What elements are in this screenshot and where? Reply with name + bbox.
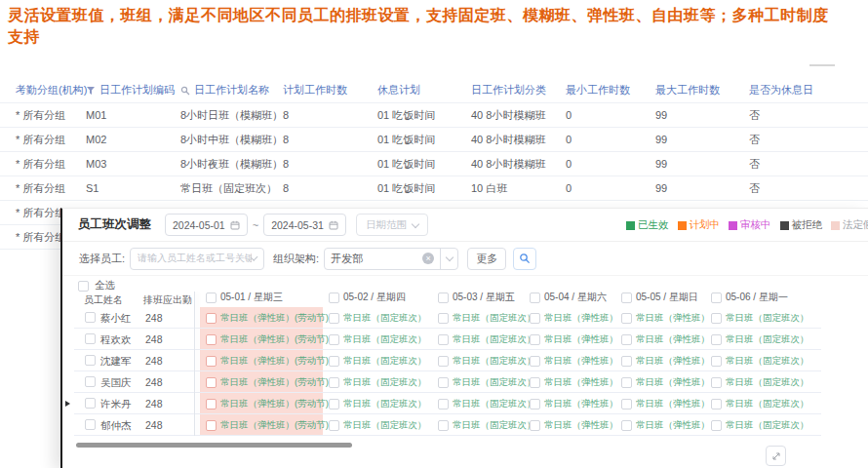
employee-search-input[interactable]: 请输入员工姓名或工号关键字 bbox=[130, 248, 264, 270]
shift-cell[interactable]: 常日班（弹性班）(劳动节) bbox=[200, 371, 323, 393]
shift-checkbox[interactable] bbox=[621, 356, 632, 367]
day-select-checkbox[interactable] bbox=[329, 292, 339, 303]
shift-checkbox[interactable] bbox=[530, 420, 540, 431]
shift-checkbox[interactable] bbox=[711, 334, 722, 345]
shift-checkbox[interactable] bbox=[206, 399, 217, 410]
day-select-checkbox[interactable] bbox=[711, 292, 722, 303]
employee-checkbox[interactable] bbox=[85, 355, 96, 366]
day-select-checkbox[interactable] bbox=[438, 292, 449, 303]
shift-checkbox[interactable] bbox=[329, 420, 339, 431]
shift-cell[interactable]: 常日班（弹性班）(劳动节) bbox=[200, 414, 323, 436]
date-to-input[interactable]: 2024-05-31 bbox=[263, 214, 346, 236]
employee-checkbox[interactable] bbox=[85, 333, 96, 344]
shift-checkbox[interactable] bbox=[438, 313, 449, 324]
shift-checkbox[interactable] bbox=[621, 420, 632, 431]
table-row[interactable]: * 所有分组 S1 常日班（固定班次） 8 01 吃饭时间 10 白班 0 99… bbox=[0, 176, 868, 201]
shift-checkbox[interactable] bbox=[438, 356, 449, 367]
day-select-checkbox[interactable] bbox=[621, 292, 632, 303]
shift-cell[interactable]: 常日班（固定班次） bbox=[432, 393, 524, 414]
search-button[interactable] bbox=[513, 248, 536, 270]
shift-cell[interactable]: 常日班（固定班次） bbox=[705, 393, 822, 414]
shift-cell[interactable]: 常日班（弹性班） bbox=[524, 371, 615, 393]
shift-cell[interactable]: 常日班（固定班次） bbox=[432, 329, 524, 350]
employee-checkbox[interactable] bbox=[85, 376, 96, 387]
shift-checkbox[interactable] bbox=[530, 377, 540, 388]
date-range-dropdown[interactable]: 日期范围 bbox=[356, 214, 428, 236]
employee-row[interactable]: 许米丹 248 常日班（弹性班）(劳动节) 常日班（固定班次） bbox=[62, 393, 868, 414]
employee-row[interactable]: 程欢欢 248 常日班（弹性班）(劳动节) 常日班（固定班次） bbox=[62, 329, 868, 350]
shift-checkbox[interactable] bbox=[329, 377, 339, 388]
shift-cell[interactable]: 常日班（弹性班） bbox=[615, 307, 705, 329]
row-expand-arrow-icon[interactable] bbox=[65, 401, 70, 407]
org-select-value-area[interactable]: 开发部 × bbox=[325, 249, 440, 269]
shift-cell[interactable]: 常日班（弹性班） bbox=[615, 329, 705, 350]
shift-cell[interactable]: 常日班（弹性班） bbox=[615, 371, 705, 393]
more-filters-button[interactable]: 更多 bbox=[467, 248, 506, 270]
clear-icon[interactable]: × bbox=[422, 253, 434, 264]
shift-checkbox[interactable] bbox=[711, 399, 722, 410]
employee-row[interactable]: 沈建军 248 常日班（弹性班）(劳动节) 常日班（固定班次） bbox=[62, 350, 868, 371]
shift-checkbox[interactable] bbox=[711, 356, 722, 367]
shift-checkbox[interactable] bbox=[329, 313, 339, 324]
shift-cell[interactable]: 常日班（弹性班）(劳动节) bbox=[200, 393, 323, 414]
shift-checkbox[interactable] bbox=[329, 399, 339, 410]
shift-cell[interactable]: 常日班（弹性班） bbox=[524, 414, 615, 436]
shift-cell[interactable]: 常日班（弹性班） bbox=[524, 350, 615, 371]
shift-cell[interactable]: 常日班（固定班次） bbox=[705, 350, 822, 371]
day-select-checkbox[interactable] bbox=[206, 292, 217, 303]
shift-cell[interactable]: 常日班（固定班次） bbox=[705, 414, 822, 436]
date-from-input[interactable]: 2024-05-01 bbox=[165, 214, 248, 236]
shift-cell[interactable]: 常日班（弹性班） bbox=[524, 329, 615, 350]
shift-checkbox[interactable] bbox=[621, 399, 632, 410]
shift-checkbox[interactable] bbox=[621, 334, 632, 345]
shift-cell[interactable]: 常日班（固定班次） bbox=[323, 307, 432, 329]
search-icon[interactable] bbox=[180, 86, 190, 96]
shift-cell[interactable]: 常日班（固定班次） bbox=[705, 371, 822, 393]
employee-row[interactable]: 吴国庆 248 常日班（弹性班）(劳动节) 常日班（固定班次） bbox=[62, 371, 868, 393]
shift-cell[interactable]: 常日班（弹性班） bbox=[615, 350, 705, 371]
horizontal-scrollbar[interactable] bbox=[76, 443, 352, 448]
shift-cell[interactable]: 常日班（弹性班） bbox=[524, 393, 615, 414]
shift-checkbox[interactable] bbox=[206, 356, 217, 367]
shift-checkbox[interactable] bbox=[711, 377, 722, 388]
shift-cell[interactable]: 常日班（固定班次） bbox=[432, 350, 524, 371]
table-row[interactable]: * 所有分组 M03 8小时夜班（模糊班） 8 01 吃饭时间 40 8小时模糊… bbox=[0, 152, 868, 176]
shift-checkbox[interactable] bbox=[438, 420, 449, 431]
shift-checkbox[interactable] bbox=[206, 420, 217, 431]
shift-checkbox[interactable] bbox=[711, 313, 722, 324]
shift-cell[interactable]: 常日班（弹性班）(劳动节) bbox=[200, 350, 323, 371]
shift-cell[interactable]: 常日班（固定班次） bbox=[432, 371, 524, 393]
collapse-expand-button[interactable] bbox=[766, 446, 786, 466]
shift-cell[interactable]: 常日班（弹性班） bbox=[615, 414, 705, 436]
shift-checkbox[interactable] bbox=[621, 377, 632, 388]
shift-cell[interactable]: 常日班（弹性班） bbox=[615, 393, 705, 414]
employee-row[interactable]: 郁仲杰 248 常日班（弹性班）(劳动节) 常日班（固定班次） bbox=[62, 414, 868, 436]
shift-checkbox[interactable] bbox=[329, 356, 339, 367]
shift-cell[interactable]: 常日班（固定班次） bbox=[705, 307, 822, 329]
shift-checkbox[interactable] bbox=[530, 399, 540, 410]
shift-cell[interactable]: 常日班（固定班次） bbox=[432, 307, 524, 329]
shift-checkbox[interactable] bbox=[438, 377, 449, 388]
table-row[interactable]: * 所有分组 M01 8小时日班（模糊班） 8 01 吃饭时间 40 8小时模糊… bbox=[0, 103, 868, 128]
shift-checkbox[interactable] bbox=[206, 313, 217, 324]
shift-cell[interactable]: 常日班（弹性班） bbox=[524, 307, 615, 329]
shift-cell[interactable]: 常日班（固定班次） bbox=[323, 414, 432, 436]
employee-checkbox[interactable] bbox=[85, 419, 96, 430]
org-select[interactable]: 开发部 × bbox=[324, 248, 458, 270]
employee-row[interactable]: 蔡小红 248 常日班（弹性班）(劳动节) 常日班（固定班次） bbox=[62, 307, 868, 329]
shift-cell[interactable]: 常日班（固定班次） bbox=[323, 329, 432, 350]
day-select-checkbox[interactable] bbox=[530, 292, 540, 303]
shift-cell[interactable]: 常日班（固定班次） bbox=[323, 393, 432, 414]
shift-checkbox[interactable] bbox=[530, 313, 540, 324]
table-row[interactable]: * 所有分组 M02 8小时中班（模糊班） 8 01 吃饭时间 40 8小时模糊… bbox=[0, 128, 868, 152]
shift-cell[interactable]: 常日班（固定班次） bbox=[323, 350, 432, 371]
shift-checkbox[interactable] bbox=[206, 334, 217, 345]
shift-checkbox[interactable] bbox=[438, 334, 449, 345]
shift-cell[interactable]: 常日班（弹性班）(劳动节) bbox=[200, 329, 323, 350]
shift-checkbox[interactable] bbox=[438, 399, 449, 410]
select-all-checkbox[interactable] bbox=[78, 281, 89, 292]
org-select-arrow[interactable] bbox=[440, 249, 457, 269]
employee-checkbox[interactable] bbox=[85, 398, 96, 409]
shift-checkbox[interactable] bbox=[621, 313, 632, 324]
employee-checkbox[interactable] bbox=[85, 312, 96, 323]
